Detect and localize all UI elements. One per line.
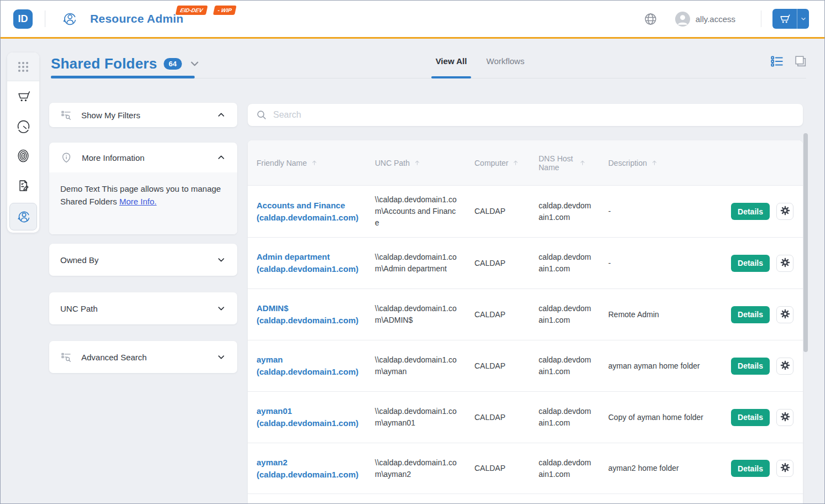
details-button[interactable]: Details [731, 306, 770, 323]
view-toggles [770, 54, 807, 69]
description-cell: Copy of ayman home folder [608, 412, 725, 423]
row-actions: Details [731, 255, 793, 272]
computer-cell: CALDAP [474, 206, 525, 217]
table-row: ayman2 (caldap.devdomain1.com) \\caldap.… [248, 443, 803, 494]
more-info-link[interactable]: More Info. [119, 197, 157, 206]
app-launcher-grid-icon[interactable] [7, 53, 39, 81]
rail-item-tasks[interactable] [7, 171, 39, 201]
dns-host-cell: caldap.devdomain1.com [539, 200, 594, 223]
row-settings-button[interactable] [776, 460, 793, 477]
gear-icon [780, 462, 791, 475]
unc-path-card: UNC Path [49, 292, 237, 324]
table-row: Admin department (caldap.devdomain1.com)… [248, 237, 803, 288]
chevron-down-icon [216, 303, 226, 313]
table-scrollbar-thumb[interactable] [803, 133, 808, 352]
row-settings-button[interactable] [776, 409, 793, 426]
company-logo[interactable]: ID [13, 9, 33, 29]
dns-host-cell: caldap.devdomain1.com [539, 354, 594, 377]
friendly-name-cell[interactable]: ayman2 (caldap.devdomain1.com) [257, 456, 365, 481]
rail-item-resource-admin[interactable] [7, 201, 39, 233]
title-active-underline [51, 76, 195, 78]
app-title: Resource Admin [90, 12, 184, 25]
column-header-friendly-name[interactable]: Friendly Name [257, 159, 365, 167]
user-avatar-icon [675, 12, 690, 27]
language-globe-icon[interactable] [644, 12, 657, 26]
row-settings-button[interactable] [776, 358, 793, 375]
gear-icon [780, 257, 791, 270]
friendly-name-cell[interactable]: ayman01 (caldap.devdomain1.com) [257, 405, 365, 429]
env-badges: EID-DEV - WIP [176, 6, 236, 15]
details-button[interactable]: Details [731, 203, 770, 220]
chevron-up-icon [216, 110, 226, 120]
env-badge-wip: - WIP [213, 6, 237, 15]
rail-item-dashboard[interactable] [7, 111, 39, 141]
unc-path-toggle[interactable]: UNC Path [49, 292, 237, 324]
details-button[interactable]: Details [731, 255, 770, 272]
unc-path-cell: \\caldap.devdomain1.com\Admin department [375, 251, 458, 275]
gear-icon [780, 411, 791, 424]
list-view-icon[interactable] [770, 54, 784, 69]
friendly-name-cell[interactable]: Accounts and Finance (caldap.devdomain1.… [257, 200, 365, 224]
page-title-group: Shared Folders 64 [51, 51, 201, 76]
show-my-filters-toggle[interactable]: Show My Filters [49, 103, 237, 127]
description-cell: ayman ayman home folder [608, 360, 725, 372]
friendly-name-cell[interactable]: ayman (caldap.devdomain1.com) [257, 354, 365, 378]
unc-path-cell: \\caldap.devdomain1.com\ayman2 [375, 457, 458, 480]
username-label: ally.access [696, 14, 735, 24]
row-actions: Details [731, 409, 793, 426]
column-header-computer[interactable]: Computer [474, 159, 525, 167]
details-button[interactable]: Details [731, 460, 770, 477]
computer-cell: CALDAP [474, 258, 525, 269]
top-bar: ID Resource Admin EID-DEV - WIP [1, 1, 824, 39]
rail-item-resource-admin-active [9, 203, 37, 230]
row-settings-button[interactable] [776, 255, 793, 272]
sort-arrow-icon [651, 159, 658, 166]
column-header-description[interactable]: Description [608, 159, 725, 167]
sort-arrow-icon [512, 159, 519, 166]
advanced-search-toggle[interactable]: Advanced Search [49, 341, 237, 373]
dns-host-cell: caldap.devdomain1.com [539, 457, 594, 480]
row-actions: Details [731, 203, 793, 220]
sort-arrow-icon [579, 159, 586, 166]
record-count-badge: 64 [164, 58, 181, 70]
cart-split-button[interactable] [772, 9, 809, 29]
more-information-label: More Information [82, 153, 144, 162]
owned-by-toggle[interactable]: Owned By [49, 244, 237, 276]
column-header-dns-host-name[interactable]: DNS Host Name [539, 154, 594, 172]
friendly-name-cell[interactable]: Admin department (caldap.devdomain1.com) [257, 251, 365, 275]
table-row: Accounts and Finance (caldap.devdomain1.… [248, 186, 803, 237]
row-settings-button[interactable] [776, 203, 793, 220]
rail-item-cart[interactable] [7, 81, 39, 111]
dns-host-cell: caldap.devdomain1.com [539, 406, 594, 429]
friendly-name-cell[interactable]: ADMIN$ (caldap.devdomain1.com) [257, 302, 365, 327]
tab-view-all[interactable]: View All [431, 56, 471, 66]
computer-cell: CALDAP [474, 360, 525, 372]
unc-path-cell: \\caldap.devdomain1.com\ayman [375, 354, 458, 377]
app-rail [7, 53, 39, 233]
cart-dropdown-caret[interactable] [797, 9, 809, 29]
search-input[interactable] [273, 110, 795, 120]
table-row: ayman (caldap.devdomain1.com) \\caldap.d… [248, 340, 803, 391]
show-my-filters-label: Show My Filters [81, 111, 140, 120]
chevron-down-icon [216, 352, 226, 362]
table-row: ayman01 (caldap.devdomain1.com) \\caldap… [248, 391, 803, 443]
details-button[interactable]: Details [731, 409, 770, 426]
details-button[interactable]: Details [731, 358, 770, 375]
tab-workflows[interactable]: Workflows [486, 56, 525, 66]
dns-host-cell: caldap.devdomain1.com [539, 303, 594, 326]
description-cell: - [608, 206, 725, 217]
page-switcher-chevron-icon[interactable] [189, 57, 201, 70]
card-view-icon[interactable] [793, 55, 807, 69]
row-actions: Details [731, 460, 793, 477]
more-information-toggle[interactable]: More Information [49, 143, 237, 172]
user-menu[interactable]: ally.access [675, 12, 735, 27]
more-information-body: Demo Text This page allows you to manage… [49, 172, 237, 234]
table-header-row: Friendly Name UNC Path Computer DNS Host… [248, 140, 803, 186]
filter-search-icon [60, 109, 72, 121]
row-actions: Details [731, 306, 793, 323]
gear-icon [780, 360, 791, 372]
rail-item-fingerprint[interactable] [7, 141, 39, 171]
top-bar-left: ID Resource Admin EID-DEV - WIP [1, 1, 184, 37]
column-header-unc-path[interactable]: UNC Path [375, 159, 458, 167]
row-settings-button[interactable] [776, 306, 793, 323]
